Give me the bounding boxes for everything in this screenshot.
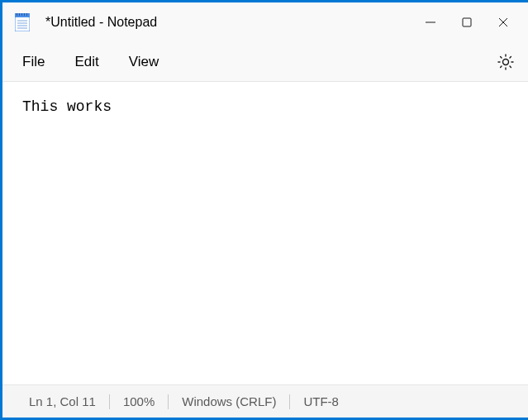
status-position: Ln 1, Col 11 xyxy=(26,394,109,408)
svg-rect-12 xyxy=(463,18,471,26)
svg-rect-3 xyxy=(19,13,20,16)
editor-textarea[interactable]: This works xyxy=(2,82,528,384)
menubar: File Edit View xyxy=(2,42,528,82)
minimize-button[interactable] xyxy=(422,14,439,31)
status-line-ending: Windows (CRLF) xyxy=(169,394,289,408)
notepad-icon xyxy=(14,12,31,32)
close-button[interactable] xyxy=(495,14,511,31)
svg-rect-5 xyxy=(24,13,25,16)
svg-rect-2 xyxy=(17,13,17,16)
status-encoding: UTF-8 xyxy=(290,394,352,408)
svg-rect-4 xyxy=(21,13,22,16)
menu-file[interactable]: File xyxy=(22,54,45,70)
window-controls xyxy=(422,14,521,31)
status-zoom[interactable]: 100% xyxy=(110,394,168,408)
maximize-button[interactable] xyxy=(459,14,475,31)
statusbar: Ln 1, Col 11 100% Windows (CRLF) UTF-8 xyxy=(2,384,528,418)
settings-button[interactable] xyxy=(497,53,515,71)
menu-items: File Edit View xyxy=(22,54,159,70)
gear-icon xyxy=(497,53,515,71)
app-window: *Untitled - Notepad File xyxy=(0,0,528,420)
svg-rect-6 xyxy=(26,13,27,16)
menu-view[interactable]: View xyxy=(129,54,159,70)
window-title: *Untitled - Notepad xyxy=(45,15,422,30)
menu-edit[interactable]: Edit xyxy=(74,54,98,70)
titlebar: *Untitled - Notepad xyxy=(2,2,528,42)
